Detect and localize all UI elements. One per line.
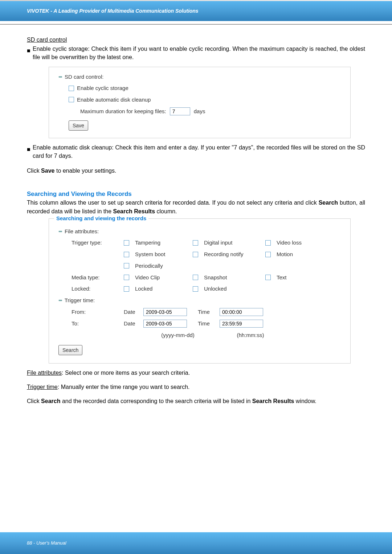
time-hint: (hh:mm:ss)	[212, 331, 289, 339]
intro-post: cloumn.	[155, 208, 177, 214]
collapse-dots-icon[interactable]: •••	[58, 74, 62, 80]
bullet-square-icon: ■	[27, 46, 30, 61]
click-results-bold: Search Results	[252, 398, 294, 404]
text-label: Text	[277, 274, 287, 282]
from-date-input[interactable]	[143, 308, 187, 316]
max-duration-input[interactable]	[170, 107, 190, 115]
save-button[interactable]: Save	[69, 120, 88, 131]
sd-panel-title: SD card control:	[65, 74, 104, 80]
media-type-label: Media type:	[72, 274, 124, 282]
tampering-checkbox[interactable]	[124, 240, 129, 246]
collapse-dots-icon[interactable]: •••	[58, 229, 62, 234]
main-content: SD card control ■ Enable cyclic storage:…	[0, 25, 392, 406]
time-label: Time	[198, 320, 220, 328]
click-mid: and the recorded data corresponding to t…	[60, 398, 252, 404]
to-row: To: Date Time	[58, 320, 341, 328]
intro-search-bold: Search	[319, 200, 338, 206]
searching-intro: This column allows the user to set up se…	[27, 198, 365, 215]
file-attributes-row: ••• File attributes:	[58, 227, 341, 235]
cyclic-storage-label: Enable cyclic storage	[77, 84, 128, 92]
file-attributes-line: File attributes: Select one or more item…	[27, 369, 365, 377]
system-boot-label: System boot	[135, 250, 165, 258]
video-clip-label: Video Clip	[135, 274, 160, 282]
click-search-bold: Search	[41, 398, 60, 404]
disk-cleanup-checkbox[interactable]	[69, 97, 74, 102]
trigger-time-underline: Trigger time	[27, 384, 58, 390]
locked-checkbox[interactable]	[124, 286, 129, 292]
footer-text: 88 - User's Manual	[27, 540, 66, 546]
from-time-input[interactable]	[220, 308, 263, 316]
disk-cleanup-label: Enable automatic disk cleanup	[77, 96, 151, 104]
bullet-disk-cleanup: ■ Enable automatic disk cleanup: Check t…	[27, 143, 365, 160]
search-records-panel: Searching and viewing the records ••• Fi…	[49, 218, 351, 364]
max-duration-row: Maximum duration for keeping files: days	[80, 107, 341, 115]
trigger-time-line: Trigger time: Manually enter the time ra…	[27, 383, 365, 391]
media-type-row: Media type: Video Clip Snapshot Text	[58, 274, 341, 282]
system-boot-checkbox[interactable]	[124, 252, 129, 257]
footer-band: 88 - User's Manual	[0, 532, 392, 554]
sd-card-control-title: SD card control	[27, 36, 365, 44]
snapshot-checkbox[interactable]	[193, 275, 198, 280]
file-attributes-label: File attributes:	[65, 228, 99, 234]
recording-notify-checkbox[interactable]	[193, 252, 198, 257]
motion-label: Motion	[277, 250, 293, 258]
cyclic-storage-checkbox[interactable]	[69, 86, 74, 91]
periodically-label: Periodically	[135, 262, 163, 270]
click-post: window.	[294, 398, 316, 404]
locked-row: Locked: Locked Unlocked	[58, 285, 341, 293]
intro-results-bold: Search Results	[113, 208, 155, 214]
snapshot-label: Snapshot	[204, 274, 227, 282]
intro-pre: This column allows the user to set up se…	[27, 200, 319, 206]
hint-row: (yyyy-mm-dd) (hh:mm:ss)	[58, 331, 341, 339]
trigger-type-row3: Periodically	[58, 262, 341, 270]
cyclic-storage-row: Enable cyclic storage	[69, 84, 341, 92]
motion-checkbox[interactable]	[265, 252, 271, 257]
unlocked-label: Unlocked	[204, 285, 227, 293]
sd-panel-title-row: ••• SD card control:	[58, 73, 341, 81]
bullet-square-icon: ■	[27, 145, 30, 160]
bullet-cleanup-text: Enable automatic disk cleanup: Check thi…	[33, 143, 365, 160]
click-pre: Click	[27, 398, 41, 404]
video-loss-label: Video loss	[277, 239, 302, 247]
text-checkbox[interactable]	[265, 275, 271, 280]
bullet-cyclic-text: Enable cyclic storage: Check this item i…	[33, 45, 365, 61]
trigger-time-heading: ••• Trigger time:	[58, 296, 341, 304]
trigger-time-text: : Manually enter the time range you want…	[58, 384, 190, 390]
date-hint: (yyyy-mm-dd)	[143, 331, 212, 339]
trigger-type-row2: System boot Recording notify Motion	[58, 250, 341, 258]
click-save-bold: Save	[41, 168, 54, 174]
searching-heading: Searching and Viewing the Records	[27, 190, 365, 199]
bullet-cyclic-storage: ■ Enable cyclic storage: Check this item…	[27, 45, 365, 61]
trigger-type-label: Trigger type:	[72, 239, 124, 247]
from-row: From: Date Time	[58, 308, 341, 316]
days-label: days	[194, 107, 205, 115]
disk-cleanup-row: Enable automatic disk cleanup	[69, 96, 341, 104]
video-clip-checkbox[interactable]	[124, 275, 129, 280]
date-label: Date	[124, 320, 143, 328]
click-save-post: to enable your settings.	[54, 168, 116, 174]
trigger-type-row1: Trigger type: Tampering Digital input Vi…	[58, 239, 341, 247]
to-time-input[interactable]	[220, 320, 263, 328]
sd-card-control-panel: ••• SD card control: Enable cyclic stora…	[49, 67, 351, 139]
collapse-dots-icon[interactable]: •••	[58, 297, 62, 303]
search-button[interactable]: Search	[58, 345, 82, 355]
from-label: From:	[72, 308, 124, 316]
unlocked-checkbox[interactable]	[193, 286, 198, 292]
header-band: VIVOTEK - A Leading Provider of Multimed…	[0, 0, 392, 21]
locked-lbl: Locked:	[72, 285, 124, 293]
video-loss-checkbox[interactable]	[265, 240, 271, 246]
locked-label: Locked	[135, 285, 152, 293]
date-label: Date	[124, 308, 143, 316]
periodically-checkbox[interactable]	[124, 263, 129, 268]
time-label: Time	[198, 308, 220, 316]
digital-input-checkbox[interactable]	[193, 240, 198, 246]
click-save-pre: Click	[27, 168, 41, 174]
to-label: To:	[72, 320, 124, 328]
click-save-line: Click Save to enable your settings.	[27, 167, 365, 175]
header-title: VIVOTEK - A Leading Provider of Multimed…	[0, 0, 392, 14]
click-search-line: Click Search and the recorded data corre…	[27, 397, 365, 405]
to-date-input[interactable]	[143, 320, 187, 328]
file-attr-underline: File attributes	[27, 370, 62, 376]
tampering-label: Tampering	[135, 239, 160, 247]
recording-notify-label: Recording notify	[204, 250, 243, 258]
